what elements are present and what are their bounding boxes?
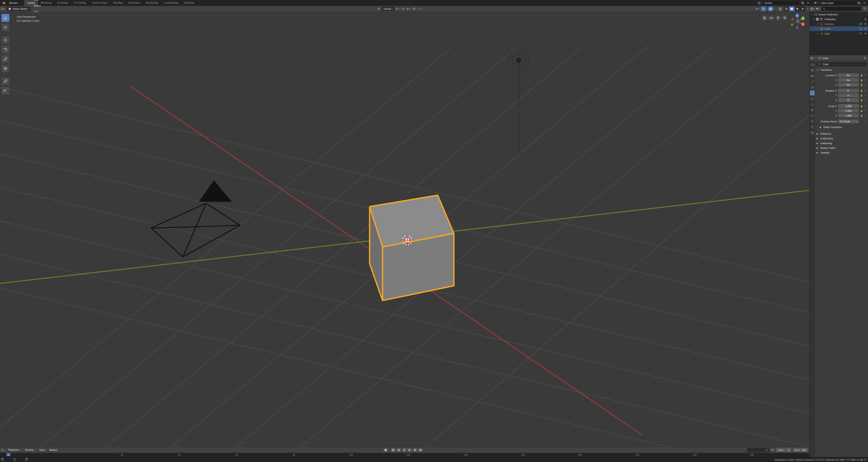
outliner-item-light[interactable]: ▸Light [809,31,868,36]
location-x-field[interactable]: 0m [838,73,859,77]
nav-pan-icon[interactable] [775,15,781,21]
jump-to-start[interactable] [391,448,396,452]
timeline-editor-type-icon[interactable]: ▾ [1,448,5,452]
nav-zoom-icon[interactable] [782,15,787,21]
outliner-item-camera[interactable]: ▸Camera [809,22,868,26]
visibility-filter-dropdown[interactable]: ▾ [755,6,760,11]
workspace-compositing[interactable]: Compositing [161,0,181,6]
viewlayer-name-input[interactable] [821,2,854,4]
tool-select-box[interactable] [1,14,9,22]
scale-y-field[interactable]: 1.000 [838,109,859,113]
rotation-x-field[interactable]: 0° [838,88,859,93]
scene-new-icon[interactable] [800,1,805,5]
workspace-uv-editing[interactable]: UV Editing [71,0,89,6]
nav-zoom-region-icon[interactable] [762,15,767,21]
outliner-item-cube[interactable]: ▸Cube [809,26,868,31]
tab-viewlayer[interactable] [810,73,815,79]
preview-range-icon[interactable] [770,448,775,452]
tool-move[interactable] [1,36,9,44]
panel-collections-header[interactable]: ▶Collections [816,136,867,141]
tool-transform[interactable] [1,64,9,73]
outliner-editor-type-icon[interactable]: ▾ [810,6,815,11]
panel-motion-paths-header[interactable]: ▶Motion Paths [816,145,867,150]
properties-editor-type-icon[interactable]: ▾ [810,56,815,60]
scene-name-input[interactable] [765,2,798,4]
workspace-animation[interactable]: Animation [125,0,143,6]
panel-transform-header[interactable]: ▼Transform [816,67,867,72]
tab-texture[interactable] [810,130,815,135]
timeline-menu-view[interactable]: View [37,447,47,453]
transform-orientation-dropdown[interactable]: Global▾ [382,6,395,11]
tool-rotate[interactable] [1,46,9,54]
scale-x-field[interactable]: 1.000 [838,104,859,108]
shading-lookdev[interactable] [795,6,800,11]
tool-annotate[interactable] [1,77,9,85]
3d-viewport[interactable]: User Perspective (1) Collection | Cube [0,12,809,447]
tab-render[interactable] [810,62,815,67]
tool-cursor[interactable] [1,23,9,31]
jump-keyframe-back[interactable] [396,448,401,452]
scene-browse-icon[interactable]: ▾ [758,1,762,5]
interaction-mode-dropdown[interactable]: Object Mode ▾ [6,6,31,11]
viewlayer-name-field[interactable] [819,1,856,5]
panel-instancing-header[interactable]: ▶Instancing [816,141,867,145]
outliner-filter-icon[interactable] [863,6,867,11]
navigation-gizmo[interactable]: X Y Z [789,14,805,30]
tab-physics[interactable] [810,107,815,113]
tab-material[interactable] [810,124,815,129]
autokey-toggle[interactable] [383,448,388,452]
show-gizmo-toggle[interactable] [761,6,766,11]
scale-z-field[interactable]: 1.000 [838,113,859,118]
view3d-menu-view[interactable]: View [32,0,43,3]
view3d-menu-select[interactable]: Select [32,3,43,9]
viewlayer-browse-icon[interactable]: ▾ [814,1,818,5]
data-name-field[interactable]: Cube [816,62,867,66]
tab-mesh-data[interactable] [810,119,815,124]
tab-scene[interactable] [810,79,815,84]
location-z-field[interactable]: 0m [838,83,859,87]
workspace-texture-paint[interactable]: Texture Paint [89,0,110,6]
pivot-point-dropdown[interactable]: ▾ [396,6,400,11]
visibility-eye-icon[interactable] [864,22,868,26]
tab-world[interactable] [810,85,815,90]
tab-object[interactable] [810,90,815,96]
tab-constraints[interactable] [810,113,815,118]
outliner-root[interactable]: ▾ Scene Collection [809,12,868,17]
snap-toggle[interactable] [401,6,405,11]
tab-particles[interactable] [810,102,815,107]
viewlayer-new-icon[interactable] [857,1,861,5]
rotation-mode-dropdown[interactable]: XYZ Eule▾ [838,119,859,123]
tool-scale[interactable] [1,55,9,63]
end-frame-field[interactable]: End:250 [793,448,808,452]
timeline-menu-playback[interactable]: Playback▾ [6,447,22,453]
outliner-display-mode-icon[interactable]: ▾ [816,6,820,11]
scene-delete-icon[interactable]: ✕ [806,1,810,5]
visibility-eye-icon[interactable] [864,18,868,21]
panel-relations-header[interactable]: ▶Relations [816,131,867,136]
jump-to-end[interactable] [418,448,423,452]
play[interactable] [407,448,412,452]
lock-icon[interactable]: 🔓 [860,74,863,77]
panel-visibility-header[interactable]: ▶Visibility [816,150,867,155]
collection-checkbox[interactable]: ✓ [816,18,819,21]
tab-output[interactable] [810,68,815,73]
snap-settings-dropdown[interactable]: ▾ [406,6,411,11]
workspace-shading[interactable]: Shading [110,0,125,6]
visibility-eye-icon[interactable] [864,27,868,30]
timeline-menu-keying[interactable]: Keying▾ [23,447,37,453]
visibility-eye-icon[interactable] [864,32,868,35]
nav-camera-view-icon[interactable] [769,15,774,21]
shading-rendered[interactable] [800,6,805,11]
proportional-edit-toggle[interactable] [412,6,416,11]
viewlayer-delete-icon[interactable]: ✕ [862,1,867,5]
pin-icon[interactable] [863,56,867,60]
shading-solid[interactable] [789,6,795,11]
timeline-track[interactable]: 1 20406080100120140160180200220240 [0,453,809,457]
play-reverse[interactable] [402,448,407,452]
scene-name-field[interactable] [763,1,800,5]
rotation-y-field[interactable]: 0° [838,93,859,97]
editor-type-icon[interactable]: ▾ [1,6,5,11]
show-overlays-toggle[interactable] [768,6,773,11]
workspace-scripting[interactable]: Scripting [181,0,197,6]
menu-render[interactable]: Render [7,0,21,6]
